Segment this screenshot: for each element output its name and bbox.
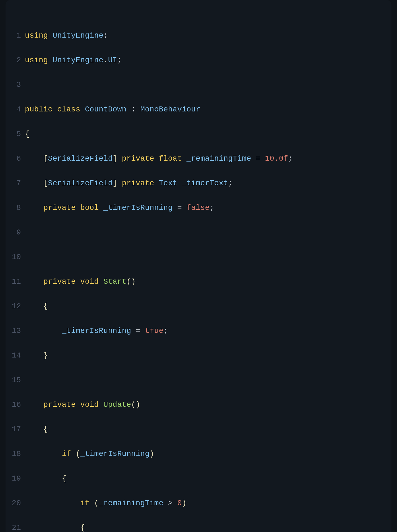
boolean: true <box>145 327 163 335</box>
line-number: 2 <box>6 54 25 67</box>
keyword: private <box>43 277 76 286</box>
brace: { <box>62 474 67 483</box>
punct: ; <box>117 56 122 64</box>
code-line: 14 } <box>6 350 391 362</box>
code-line: 5{ <box>6 128 391 140</box>
keyword: private <box>43 204 76 212</box>
code-line: 19 { <box>6 473 391 485</box>
identifier: UI <box>108 56 117 64</box>
function: Start <box>103 277 127 286</box>
line-number: 5 <box>6 128 25 140</box>
line-number: 14 <box>6 350 25 362</box>
number: 0 <box>177 499 182 507</box>
paren: () <box>126 277 135 286</box>
identifier: _remainingTime <box>187 154 251 163</box>
attribute: SerializeField <box>48 154 113 163</box>
line-number: 12 <box>6 300 25 313</box>
code-line: 4public class CountDown : MonoBehaviour <box>6 103 391 116</box>
paren: ) <box>182 499 187 507</box>
bracket: ] <box>113 154 117 163</box>
code-line: 12 { <box>6 300 391 313</box>
brace: } <box>43 351 48 360</box>
code-line: 2using UnityEngine.UI; <box>6 54 391 67</box>
line-number: 6 <box>6 153 25 165</box>
paren: () <box>131 400 140 409</box>
type: Text <box>159 179 177 187</box>
operator: = <box>177 204 182 212</box>
bracket: [ <box>43 154 48 163</box>
code-line: 20 if (_remainingTime > 0) <box>6 497 391 510</box>
punct: ; <box>228 179 233 187</box>
identifier: UnityEngine <box>53 56 103 64</box>
keyword: void <box>80 400 99 409</box>
keyword: if <box>62 450 71 458</box>
code-line: 8 private bool _timerIsRunning = false; <box>6 202 391 214</box>
brace: { <box>43 302 48 311</box>
identifier: UnityEngine <box>53 31 103 40</box>
code-line: 9 <box>6 226 391 239</box>
identifier: _timerIsRunning <box>62 327 131 335</box>
code-line: 21 { <box>6 522 391 532</box>
code-line: 6 [SerializeField] private float _remain… <box>6 153 391 165</box>
line-number: 15 <box>6 374 25 387</box>
keyword: private <box>122 179 154 187</box>
keyword: float <box>159 154 182 163</box>
code-line: 18 if (_timerIsRunning) <box>6 448 391 460</box>
operator: > <box>168 499 173 507</box>
keyword: bool <box>80 204 99 212</box>
paren: ) <box>150 450 154 458</box>
punct: . <box>103 56 108 64</box>
line-number: 9 <box>6 226 25 239</box>
line-number: 11 <box>6 276 25 288</box>
line-number: 10 <box>6 251 25 264</box>
boolean: false <box>187 204 210 212</box>
identifier: _timerText <box>182 179 228 187</box>
keyword: public <box>25 105 53 114</box>
punct: : <box>131 105 136 114</box>
keyword: using <box>25 56 48 64</box>
line-number: 16 <box>6 399 25 411</box>
brace: { <box>43 425 48 434</box>
keyword: private <box>122 154 154 163</box>
identifier: _remainingTime <box>99 499 163 507</box>
line-number: 7 <box>6 177 25 190</box>
code-line: 1using UnityEngine; <box>6 30 391 42</box>
bracket: [ <box>43 179 48 187</box>
line-number: 13 <box>6 325 25 337</box>
code-line: 15 <box>6 374 391 387</box>
punct: ; <box>288 154 293 163</box>
class-name: CountDown <box>85 105 126 114</box>
operator: = <box>256 154 260 163</box>
line-number: 4 <box>6 103 25 116</box>
line-number: 17 <box>6 423 25 436</box>
code-line: 13 _timerIsRunning = true; <box>6 325 391 337</box>
attribute: SerializeField <box>48 179 113 187</box>
code-line: 10 <box>6 251 391 264</box>
code-line: 3 <box>6 79 391 91</box>
keyword: class <box>57 105 80 114</box>
line-number: 3 <box>6 79 25 91</box>
operator: = <box>136 327 140 335</box>
line-number: 21 <box>6 522 25 532</box>
keyword: private <box>43 400 76 409</box>
punct: ; <box>210 204 214 212</box>
line-number: 19 <box>6 473 25 485</box>
identifier: _timerIsRunning <box>103 204 173 212</box>
code-line: 17 { <box>6 423 391 436</box>
code-line: 7 [SerializeField] private Text _timerTe… <box>6 177 391 190</box>
paren: ( <box>94 499 99 507</box>
line-number: 8 <box>6 202 25 214</box>
code-editor[interactable]: 1using UnityEngine; 2using UnityEngine.U… <box>6 0 391 532</box>
punct: ; <box>103 31 108 40</box>
line-number: 18 <box>6 448 25 460</box>
function: Update <box>103 400 131 409</box>
brace: { <box>25 130 30 138</box>
paren: ( <box>76 450 80 458</box>
code-line: 11 private void Start() <box>6 276 391 288</box>
keyword: if <box>80 499 89 507</box>
number: 10.0f <box>265 154 288 163</box>
bracket: ] <box>113 179 117 187</box>
code-line: 16 private void Update() <box>6 399 391 411</box>
brace: { <box>80 523 85 532</box>
class-name: MonoBehaviour <box>140 105 200 114</box>
